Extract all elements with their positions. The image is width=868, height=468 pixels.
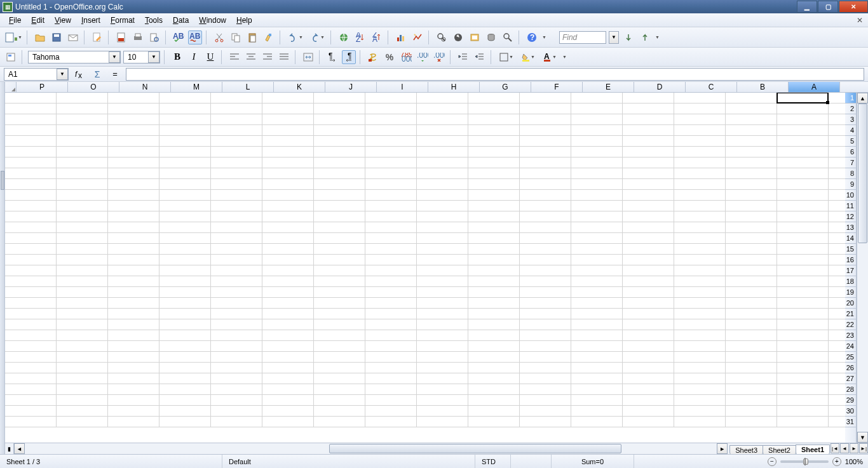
cell[interactable] [5,201,57,211]
cell[interactable] [5,190,57,200]
cell[interactable] [57,363,108,373]
cell[interactable] [726,114,777,124]
row-header-24[interactable]: 24 [845,341,856,352]
cell[interactable] [520,265,571,276]
cell[interactable] [623,276,674,286]
cell[interactable] [726,395,777,405]
cell[interactable] [777,417,829,427]
column-header-B[interactable]: B [737,82,789,92]
row-header-15[interactable]: 15 [845,244,856,255]
column-header-N[interactable]: N [119,82,171,92]
cell[interactable] [108,190,159,200]
decrease-indent-button[interactable] [456,50,470,64]
cell[interactable] [262,104,314,114]
cell[interactable] [314,211,365,222]
cell[interactable] [211,319,262,330]
cell[interactable] [262,201,314,211]
column-header-H[interactable]: H [428,82,480,92]
borders-button[interactable]: ▼ [497,50,516,64]
cell[interactable] [262,136,314,146]
cell[interactable] [777,168,829,178]
cell[interactable] [468,255,520,265]
cell[interactable] [314,125,365,135]
select-all-corner[interactable] [5,82,17,92]
font-size-combo[interactable]: 10 ▼ [123,51,160,64]
cell[interactable] [108,179,159,189]
window-close-button[interactable]: ✕ [839,1,868,13]
cell[interactable] [468,157,520,168]
cell[interactable] [262,114,314,124]
cell[interactable] [365,157,417,168]
cell[interactable] [417,287,468,297]
cell[interactable] [108,93,159,103]
cell[interactable] [365,201,417,211]
cell[interactable] [726,211,777,222]
cell[interactable] [262,222,314,232]
cell[interactable] [211,157,262,168]
cell[interactable] [674,330,726,340]
cell[interactable] [108,255,159,265]
cell[interactable] [726,244,777,254]
cell[interactable] [365,384,417,394]
cell[interactable] [726,319,777,330]
cell[interactable] [57,373,108,384]
cell[interactable] [365,417,417,427]
hsplit-handle[interactable]: ▮ [5,443,14,454]
redo-button[interactable]: ▼ [308,30,327,44]
cell[interactable] [777,104,829,114]
column-header-E[interactable]: E [583,82,634,92]
cell[interactable] [468,244,520,254]
cell[interactable] [211,298,262,308]
row-header-28[interactable]: 28 [845,384,856,395]
cell[interactable] [211,265,262,276]
cell[interactable] [211,233,262,243]
cell[interactable] [520,157,571,168]
cell[interactable] [108,114,159,124]
cell[interactable] [726,330,777,340]
sheet-tab-sheet2[interactable]: Sheet2 [763,445,796,454]
cell[interactable] [777,341,829,351]
cell[interactable] [159,114,211,124]
cell[interactable] [520,363,571,373]
document-close-button[interactable]: ✕ [855,16,864,25]
print-preview-button[interactable] [147,30,161,44]
zoom-slider[interactable] [780,460,829,463]
cell[interactable] [520,136,571,146]
cell[interactable] [314,93,365,103]
cell[interactable] [417,276,468,286]
cell[interactable] [674,265,726,276]
cell[interactable] [726,276,777,286]
cell[interactable] [314,298,365,308]
cell[interactable] [571,309,623,319]
cell[interactable] [674,157,726,168]
cell[interactable] [674,287,726,297]
cell[interactable] [108,211,159,222]
cell[interactable] [623,190,674,200]
cell[interactable] [777,309,829,319]
cell[interactable] [417,222,468,232]
cell[interactable] [5,330,57,340]
cell[interactable] [262,157,314,168]
cell[interactable] [520,276,571,286]
cell[interactable] [5,406,57,416]
align-center-button[interactable] [244,50,258,64]
cell[interactable] [674,341,726,351]
cell[interactable] [417,255,468,265]
cell[interactable] [726,190,777,200]
cell[interactable] [623,201,674,211]
cell[interactable] [262,255,314,265]
cell[interactable] [674,276,726,286]
cell[interactable] [417,190,468,200]
zoom-value[interactable]: 100% [845,458,863,465]
cell[interactable] [777,363,829,373]
cell[interactable] [623,114,674,124]
cell[interactable] [211,341,262,351]
cell[interactable] [262,373,314,384]
cell[interactable] [159,222,211,232]
cell[interactable] [777,406,829,416]
row-header-3[interactable]: 3 [845,114,856,125]
cell[interactable] [623,157,674,168]
cell[interactable] [5,222,57,232]
cell[interactable] [211,211,262,222]
column-header-M[interactable]: M [171,82,222,92]
